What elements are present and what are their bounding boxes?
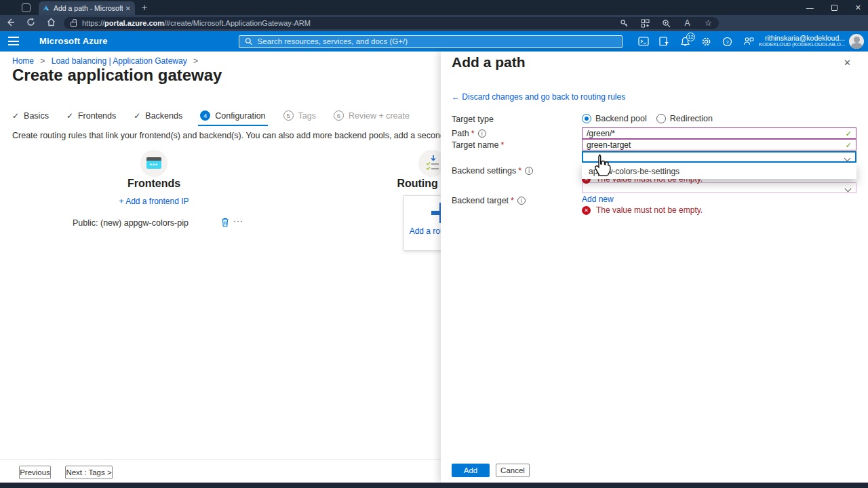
tab-basics[interactable]: ✓Basics [12, 111, 49, 121]
page-title: Create application gateway [12, 66, 222, 85]
backend-settings-options: appgw-colors-be-settings [582, 163, 856, 179]
read-aloud-icon[interactable]: A [682, 18, 692, 28]
create-gateway-page: Home > Load balancing | Application Gate… [0, 52, 441, 483]
feedback-icon[interactable] [743, 36, 754, 47]
backend-target-error: ✕The value must not be empty. [582, 205, 703, 215]
valid-check-icon: ✓ [846, 129, 852, 138]
wizard-footer: Previous Next : Tags > [0, 460, 441, 483]
window-maximize-button[interactable] [831, 5, 837, 11]
error-icon: ✕ [582, 206, 591, 215]
chevron-down-icon [844, 155, 851, 162]
tab-title: Add a path - Microsoft Azure [54, 4, 123, 12]
valid-check-icon: ✓ [846, 141, 852, 150]
browser-tab[interactable]: Add a path - Microsoft Azure ✕ [39, 1, 135, 15]
new-tab-button[interactable]: + [142, 2, 147, 13]
target-name-input[interactable]: green-target ✓ [582, 139, 856, 150]
frontend-item-menu-icon[interactable]: ··· [233, 216, 243, 226]
tab-backends[interactable]: ✓Backends [134, 111, 182, 121]
notification-count-badge: 12 [686, 33, 695, 41]
routing-rules-title: Routing rules [378, 178, 441, 190]
browser-essentials-icon[interactable] [640, 18, 650, 28]
back-arrow-icon: ← [452, 92, 460, 102]
back-icon[interactable] [0, 18, 20, 28]
chevron-down-icon [845, 186, 852, 192]
delete-frontend-icon[interactable] [221, 218, 229, 230]
radio-backend-pool[interactable]: Backend pool [582, 114, 647, 123]
radio-redirection[interactable]: Redirection [656, 114, 713, 123]
breadcrumb-home-link[interactable]: Home [12, 56, 34, 66]
azure-brand[interactable]: Microsoft Azure [39, 36, 108, 46]
window-bottom-edge [0, 483, 868, 488]
breadcrumb: Home > Load balancing | Application Gate… [12, 56, 202, 66]
directory-filter-icon[interactable] [658, 36, 670, 47]
frontends-icon: ••• [140, 150, 167, 177]
target-type-label: Target type [452, 115, 494, 124]
global-search[interactable] [239, 35, 623, 48]
check-icon: ✓ [12, 111, 19, 121]
panel-title: Add a path [452, 54, 526, 70]
previous-button[interactable]: Previous [19, 466, 51, 479]
svg-text:?: ? [726, 39, 729, 45]
portal-content: Home > Load balancing | Application Gate… [0, 52, 868, 483]
plus-icon [431, 203, 441, 223]
page-title-menu-icon[interactable]: … [170, 72, 180, 83]
address-bar[interactable]: https://portal.azure.com/#create/Microso… [64, 17, 719, 29]
notifications-bell-icon[interactable]: 12 [679, 36, 691, 47]
tab-review-create[interactable]: 6Review + create [334, 110, 410, 121]
add-frontend-ip-link[interactable]: + Add a frontend IP [100, 197, 208, 206]
refresh-icon[interactable] [20, 18, 41, 28]
panel-close-icon[interactable]: ✕ [844, 58, 851, 68]
home-icon[interactable] [41, 18, 61, 28]
backend-settings-dropdown[interactable] [582, 151, 856, 163]
configuration-description: Create routing rules that link your fron… [12, 131, 441, 140]
routing-rules-icon [418, 150, 441, 177]
cancel-button[interactable]: Cancel [496, 464, 530, 477]
path-label: Path*i [452, 129, 486, 138]
browser-window: Add a path - Microsoft Azure ✕ + — ✕ htt… [0, 0, 868, 488]
window-close-button[interactable]: ✕ [855, 3, 861, 12]
tab-tags[interactable]: 5Tags [283, 110, 316, 121]
check-icon: ✓ [66, 111, 73, 121]
window-minimize-button[interactable]: — [806, 3, 814, 12]
help-icon[interactable]: ? [722, 36, 733, 47]
cloud-shell-icon[interactable] [637, 36, 649, 47]
add-new-link[interactable]: Add new [582, 195, 614, 204]
tab-frontends[interactable]: ✓Frontends [66, 111, 116, 121]
favorites-star-icon[interactable]: ☆ [703, 18, 713, 28]
backend-target-dropdown[interactable] [582, 182, 856, 193]
radio-unselected-icon [656, 114, 666, 123]
target-type-radio-group: Backend pool Redirection [582, 114, 713, 123]
search-icon [245, 37, 253, 45]
add-path-panel: Add a path ✕ ← Discard changes and go ba… [441, 52, 868, 483]
info-icon: i [517, 197, 526, 205]
tab-configuration[interactable]: 4Configuration [200, 110, 265, 121]
frontends-title: Frontends [100, 178, 208, 190]
radio-selected-icon [582, 114, 591, 123]
discard-changes-link[interactable]: ← Discard changes and go back to routing… [452, 92, 625, 102]
step-number-badge: 6 [334, 110, 344, 121]
path-input[interactable]: /green/* ✓ [582, 127, 856, 139]
next-tags-button[interactable]: Next : Tags > [65, 466, 113, 479]
add-routing-rule-label: Add a routing rule [404, 227, 441, 236]
url-text: https://portal.azure.com/#create/Microso… [82, 19, 311, 27]
breadcrumb-load-balancing-link[interactable]: Load balancing | Application Gateway [52, 56, 187, 66]
account-info[interactable]: rithinskaria@kodekloud... KODEKLOUD (KOD… [759, 34, 845, 48]
step-number-badge: 5 [283, 110, 294, 121]
browser-tab-strip: Add a path - Microsoft Azure ✕ + — ✕ [0, 0, 868, 15]
add-button[interactable]: Add [452, 464, 490, 477]
search-input[interactable] [258, 37, 616, 45]
workspaces-icon[interactable] [22, 3, 31, 12]
tab-close-icon[interactable]: ✕ [125, 5, 131, 12]
account-tenant: KODEKLOUD (KODEKLOUDLAB.O... [759, 42, 845, 48]
password-key-icon[interactable] [619, 18, 629, 28]
settings-gear-icon[interactable] [701, 36, 712, 47]
zoom-icon[interactable] [661, 18, 671, 28]
lock-icon [71, 22, 77, 27]
hamburger-menu-icon[interactable] [8, 37, 19, 45]
azure-favicon-icon [43, 5, 50, 12]
backend-target-label: Backend target*i [452, 196, 526, 205]
frontend-item: Public: (new) appgw-colors-pip [73, 218, 189, 228]
add-routing-rule-card[interactable]: Add a routing rule [403, 195, 441, 251]
account-avatar[interactable] [849, 34, 864, 49]
target-name-label: Target name* [452, 140, 504, 150]
